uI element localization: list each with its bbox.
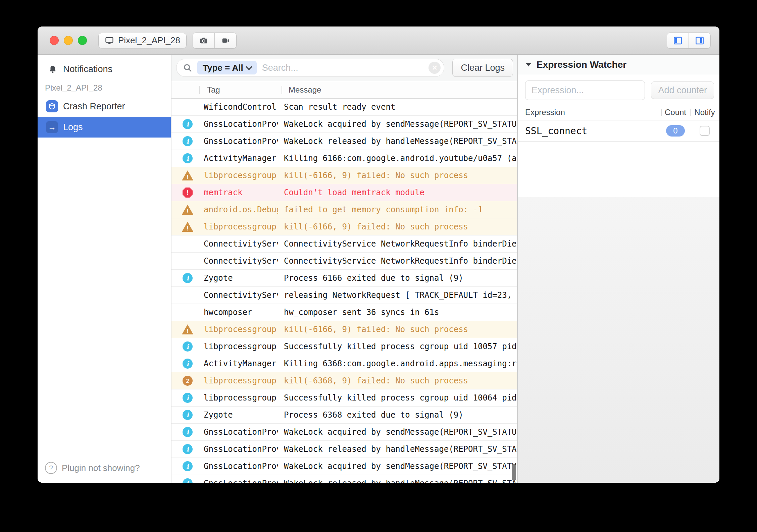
log-message: WakeLock acquired by sendMessage(REPORT_… (284, 427, 517, 437)
minimize-window-button[interactable] (64, 36, 73, 45)
logs-toolbar: Type = All ✕ Clear Logs (171, 55, 517, 81)
search-input[interactable] (261, 62, 424, 73)
log-row[interactable]: hwcomposer hw_composer sent 36 syncs in … (171, 304, 517, 321)
log-message: hw_composer sent 36 syncs in 61s (284, 308, 517, 317)
log-row[interactable]: ConnectivityService releasing NetworkReq… (171, 287, 517, 304)
camera-icon (199, 36, 208, 45)
log-tag: memtrack (204, 188, 278, 197)
log-tag: GnssLocationProvider (204, 119, 278, 129)
monitor-icon (105, 36, 114, 45)
plugin-help-label: Plugin not showing? (62, 463, 140, 473)
log-row[interactable]: i GnssLocationProvider WakeLock acquired… (171, 424, 517, 441)
sidebar-item-logs[interactable]: → Logs (38, 117, 171, 138)
panel-right-icon (695, 36, 705, 46)
screenshot-button[interactable] (193, 33, 214, 48)
log-level-icon: i (183, 119, 193, 129)
log-message: Killing 6368:com.google.android.apps.mes… (284, 359, 517, 368)
log-row[interactable]: i GnssLocationProvider WakeLock released… (171, 475, 517, 483)
log-row[interactable]: i libprocessgroup Successfully killed pr… (171, 338, 517, 355)
search-box[interactable]: Type = All ✕ (176, 59, 444, 77)
log-tag: WificondControl (204, 102, 278, 112)
plugin-help-link[interactable]: ? Plugin not showing? (38, 462, 171, 483)
watcher-column-count: Count (661, 108, 690, 117)
log-column-tag[interactable]: Tag (204, 85, 282, 95)
log-row[interactable]: i GnssLocationProvider WakeLock released… (171, 133, 517, 150)
log-row[interactable]: 2 libprocessgroup kill(-6368, 9) failed:… (171, 372, 517, 389)
log-tag: ActivityManager (204, 154, 278, 163)
log-tag: GnssLocationProvider (204, 462, 278, 471)
log-column-message[interactable]: Message (287, 85, 517, 95)
log-row[interactable]: ! libprocessgroup kill(-6166, 9) failed:… (171, 167, 517, 184)
window-content: Notifications Pixel_2_API_28 Crash Repor… (38, 55, 719, 483)
log-row[interactable]: ! libprocessgroup kill(-6166, 9) failed:… (171, 218, 517, 235)
panel-left-icon (673, 36, 683, 46)
log-row[interactable]: ConnectivityService ConnectivityService … (171, 235, 517, 253)
log-message: Successfully killed process cgroup uid 1… (284, 393, 517, 403)
zoom-window-button[interactable] (78, 36, 87, 45)
video-camera-icon (221, 36, 230, 45)
log-tag: libprocessgroup (204, 393, 278, 403)
device-selector-label: Pixel_2_API_28 (118, 35, 180, 46)
log-row[interactable]: ConnectivityService ConnectivityService … (171, 253, 517, 270)
log-row[interactable]: i Zygote Process 6368 exited due to sign… (171, 407, 517, 424)
log-row[interactable]: i libprocessgroup Successfully killed pr… (171, 389, 517, 407)
log-message: Successfully killed process cgroup uid 1… (284, 342, 517, 351)
sidebar-item-notifications[interactable]: Notifications (38, 61, 171, 78)
log-row[interactable]: i GnssLocationProvider WakeLock released… (171, 441, 517, 458)
watcher-expression: SSL_connect (518, 125, 661, 137)
close-window-button[interactable] (50, 36, 59, 45)
log-tag: libprocessgroup (204, 171, 278, 180)
log-level-icon: i (183, 410, 193, 420)
log-level-icon: i (183, 478, 193, 483)
log-message: WakeLock released by handleMessage(REPOR… (284, 479, 517, 483)
log-message: WakeLock acquired by sendMessage(REPORT_… (284, 119, 517, 129)
log-message: failed to get memory consumption info: -… (284, 205, 517, 214)
log-row[interactable]: i GnssLocationProvider WakeLock acquired… (171, 116, 517, 133)
crash-reporter-label: Crash Reporter (63, 101, 125, 112)
log-tag: GnssLocationProvider (204, 427, 278, 437)
watcher-column-notify: Notify (690, 108, 719, 117)
log-row[interactable]: i ActivityManager Killing 6368:com.googl… (171, 355, 517, 372)
watcher-column-expression: Expression (518, 108, 661, 117)
log-message: kill(-6368, 9) failed: No such process (284, 376, 517, 385)
screen-record-button[interactable] (214, 33, 236, 48)
log-message: WakeLock released by handleMessage(REPOR… (284, 137, 517, 146)
log-level-icon: 2 (183, 376, 193, 386)
watcher-table-header: Expression Count Notify (518, 105, 719, 120)
device-selector-button[interactable]: Pixel_2_API_28 (98, 33, 187, 48)
toggle-right-sidebar-button[interactable] (689, 33, 710, 48)
capture-buttons (193, 33, 237, 49)
type-filter-label: Type = All (203, 63, 243, 73)
expression-watcher-header[interactable]: Expression Watcher (518, 55, 719, 75)
sidebar-item-crash-reporter[interactable]: Crash Reporter (38, 96, 171, 117)
log-tag: GnssLocationProvider (204, 444, 278, 454)
log-level-icon: i (183, 461, 193, 471)
log-tag: ConnectivityService (204, 239, 278, 249)
log-row[interactable]: i Zygote Process 6166 exited due to sign… (171, 270, 517, 287)
traffic-lights (50, 36, 87, 45)
type-filter-chip[interactable]: Type = All (197, 61, 257, 74)
clear-search-icon[interactable]: ✕ (428, 62, 441, 74)
notify-checkbox[interactable] (700, 126, 710, 136)
add-counter-button[interactable]: Add counter (651, 82, 714, 99)
toggle-left-sidebar-button[interactable] (667, 33, 689, 48)
log-row[interactable]: WificondControl Scan result ready event (171, 99, 517, 116)
log-message: releasing NetworkRequest [ TRACK_DEFAULT… (284, 290, 517, 300)
log-tag: ConnectivityService (204, 290, 278, 300)
log-tag: libprocessgroup (204, 325, 278, 334)
log-row[interactable]: ! libprocessgroup kill(-6166, 9) failed:… (171, 321, 517, 338)
log-tag: hwcomposer (204, 308, 278, 317)
clear-logs-button[interactable]: Clear Logs (452, 59, 513, 77)
log-row[interactable]: i ActivityManager Killing 6166:com.googl… (171, 150, 517, 167)
log-row[interactable]: ! android.os.Debug failed to get memory … (171, 201, 517, 218)
vertical-scrollbar-thumb[interactable] (512, 464, 516, 481)
log-row[interactable]: ! memtrack Couldn't load memtrack module (171, 184, 517, 201)
expression-input[interactable] (525, 81, 645, 100)
log-level-icon: i (183, 341, 193, 352)
log-table-body: WificondControl Scan result ready event … (171, 99, 517, 483)
log-level-icon: i (183, 136, 193, 146)
titlebar: Pixel_2_API_28 (38, 26, 719, 55)
log-row[interactable]: i GnssLocationProvider WakeLock acquired… (171, 458, 517, 475)
watcher-row[interactable]: SSL_connect 0 (518, 120, 719, 142)
log-tag: android.os.Debug (204, 205, 278, 214)
